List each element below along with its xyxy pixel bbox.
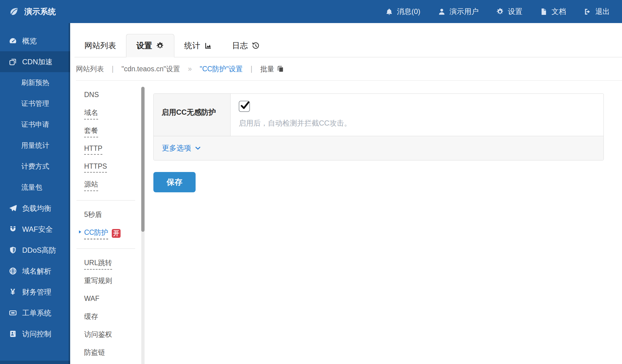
- yen-icon: ¥: [9, 287, 17, 297]
- sidebar-item-label: 访问控制: [22, 329, 51, 339]
- subnav-item-http[interactable]: HTTP: [84, 140, 145, 158]
- tab-label: 统计: [184, 40, 200, 51]
- more-options-label: 更多选项: [162, 143, 191, 153]
- copy-icon: [277, 65, 284, 72]
- sidebar-item-dns-resolve[interactable]: 域名解析: [0, 261, 70, 281]
- ticket-icon: [9, 309, 17, 317]
- sidebar-item-usage-stats[interactable]: 用量统计: [0, 135, 70, 156]
- cc-enable-checkbox[interactable]: [239, 101, 250, 112]
- user-icon: [438, 8, 446, 15]
- main-content: 网站列表 设置 统计 日志 网站列表 | "cdn.teaos.cn"设置 » …: [70, 23, 622, 364]
- sidebar-item-cert-apply[interactable]: 证书申请: [0, 114, 70, 135]
- topnav-user-label: 演示用户: [449, 7, 479, 16]
- save-button[interactable]: 保存: [153, 172, 196, 192]
- subnav-item-access-auth[interactable]: 访问鉴权: [84, 326, 145, 344]
- subnav-item-plan[interactable]: 套餐: [84, 123, 145, 140]
- breadcrumb-separator: »: [188, 65, 192, 73]
- shield-icon: [9, 246, 17, 254]
- sign-out-icon: [584, 8, 591, 15]
- subnav-item-domain[interactable]: 域名: [84, 105, 145, 123]
- topnav-docs-label: 文档: [552, 7, 566, 16]
- sidebar-item-traffic-pack[interactable]: 流量包: [0, 177, 70, 198]
- sidebar-item-load-balance[interactable]: 负载均衡: [0, 198, 70, 219]
- sidebar-item-waf[interactable]: WAF安全: [0, 219, 70, 240]
- tab-label: 设置: [136, 40, 152, 51]
- topnav-logout-label: 退出: [595, 7, 610, 16]
- subnav-item-cc-protect[interactable]: CC防护 开: [84, 224, 145, 242]
- sidebar-item-ddos[interactable]: DDoS高防: [0, 240, 70, 261]
- cc-enable-panel: 启用CC无感防护 启用后，自动检测并拦截CC攻击。 更多选项: [153, 93, 604, 160]
- sidebar-item-tickets[interactable]: 工单系统: [0, 302, 70, 323]
- cc-enable-label: 启用CC无感防护: [154, 94, 231, 136]
- sidebar-item-label: 证书管理: [21, 99, 49, 108]
- topnav-docs[interactable]: 文档: [540, 7, 566, 16]
- subnav-scrollbar-thumb[interactable]: [141, 87, 145, 232]
- tab-statistics[interactable]: 统计: [174, 34, 222, 57]
- chart-area-icon: [204, 42, 212, 50]
- topnav-logout[interactable]: 退出: [584, 7, 610, 16]
- subnav-item-https[interactable]: HTTPS: [84, 158, 145, 176]
- history-icon: [252, 42, 260, 50]
- globe-icon: [9, 267, 17, 275]
- sidebar-item-finance[interactable]: ¥ 财务管理: [0, 281, 70, 302]
- sidebar-item-label: 刷新预热: [21, 78, 49, 87]
- bell-icon: [385, 8, 393, 15]
- tab-logs[interactable]: 日志: [222, 34, 270, 57]
- chevron-down-icon: [195, 145, 201, 151]
- sidebar-item-access-control[interactable]: 访问控制: [0, 323, 70, 344]
- topnav-settings-label: 设置: [508, 7, 522, 16]
- id-card-icon: [9, 330, 17, 338]
- sidebar-item-billing[interactable]: 计费方式: [0, 156, 70, 177]
- cc-enable-value-cell: 启用后，自动检测并拦截CC攻击。: [231, 94, 603, 136]
- breadcrumb-site-settings[interactable]: "cdn.teaos.cn"设置: [121, 64, 180, 74]
- magnet-icon: [9, 225, 17, 233]
- breadcrumb-cc-settings[interactable]: "CC防护"设置: [200, 64, 243, 74]
- sidebar-item-cert-manage[interactable]: 证书管理: [0, 93, 70, 114]
- sidebar-item-label: 概览: [22, 36, 37, 46]
- breadcrumb-separator: |: [112, 65, 114, 73]
- subnav-item-5s-shield[interactable]: 5秒盾: [84, 207, 145, 224]
- topnav-user[interactable]: 演示用户: [438, 7, 479, 16]
- check-icon: [240, 100, 250, 110]
- topnav-messages-label: 消息(0): [397, 7, 420, 16]
- subnav-item-cache[interactable]: 缓存: [84, 308, 145, 326]
- cc-settings-form: 启用CC无感防护 启用后，自动检测并拦截CC攻击。 更多选项 保存: [145, 81, 622, 362]
- subnav-divider: [77, 200, 135, 201]
- sidebar-item-label: 财务管理: [22, 287, 51, 297]
- tab-site-list[interactable]: 网站列表: [74, 34, 126, 57]
- clone-icon: [9, 58, 17, 66]
- subnav-item-url-redirect[interactable]: URL跳转: [84, 255, 145, 273]
- sidebar-item-label: WAF安全: [22, 224, 53, 234]
- subnav-item-rewrite-rules[interactable]: 重写规则: [84, 273, 145, 291]
- subnav-item-origin[interactable]: 源站: [84, 176, 145, 194]
- paper-plane-icon: [9, 204, 17, 212]
- subnav-item-waf[interactable]: WAF: [84, 291, 145, 308]
- sidebar-item-overview[interactable]: 概览: [0, 30, 70, 51]
- more-options-link[interactable]: 更多选项: [154, 136, 603, 160]
- sidebar-item-label: 工单系统: [22, 308, 51, 318]
- tab-settings[interactable]: 设置: [126, 34, 174, 57]
- gauge-icon: [9, 37, 17, 45]
- topnav-messages[interactable]: 消息(0): [385, 7, 420, 16]
- topnav-settings[interactable]: 设置: [496, 7, 522, 16]
- sidebar-footer-strip: [0, 361, 70, 364]
- subnav-scrollbar-track[interactable]: [141, 87, 145, 364]
- sidebar-item-refresh-preheat[interactable]: 刷新预热: [0, 72, 70, 93]
- file-icon: [540, 8, 548, 15]
- sidebar-item-label: 证书申请: [21, 120, 49, 129]
- settings-body: DNS 域名 套餐 HTTP HTTPS 源站 5秒盾: [70, 81, 622, 362]
- batch-label: 批量: [260, 64, 274, 74]
- breadcrumb-site-list[interactable]: 网站列表: [76, 64, 104, 74]
- subnav-item-dns[interactable]: DNS: [84, 87, 145, 105]
- breadcrumb-batch[interactable]: 批量: [260, 64, 284, 74]
- caret-right-icon: [78, 230, 82, 234]
- brand[interactable]: 演示系统: [9, 6, 56, 17]
- app-title: 演示系统: [24, 6, 56, 17]
- tab-label: 日志: [232, 40, 248, 51]
- subnav-item-hotlink-protect[interactable]: 防盗链: [84, 344, 145, 362]
- sidebar-item-label: 流量包: [21, 183, 42, 192]
- cc-enable-help-text: 启用后，自动检测并拦截CC攻击。: [239, 118, 596, 128]
- sidebar-item-cdn[interactable]: CDN加速: [0, 51, 70, 72]
- breadcrumb: 网站列表 | "cdn.teaos.cn"设置 » "CC防护"设置 | 批量: [76, 57, 622, 81]
- tab-label: 网站列表: [84, 40, 116, 51]
